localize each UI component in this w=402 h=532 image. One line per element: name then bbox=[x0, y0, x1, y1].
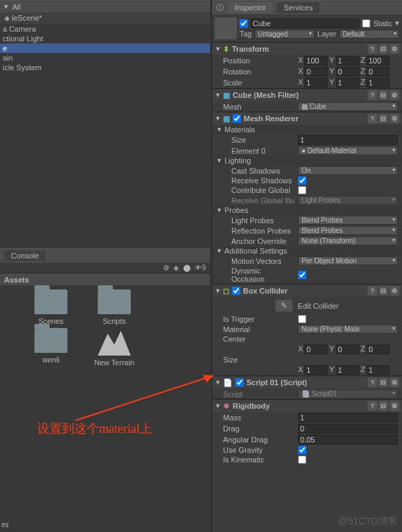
terrain-icon bbox=[98, 328, 131, 356]
pos-y[interactable] bbox=[336, 56, 359, 65]
hierarchy-item[interactable]: icle System bbox=[0, 63, 210, 72]
preset-icon[interactable]: ⊟ bbox=[379, 286, 388, 296]
tab-inspector[interactable]: Inspector bbox=[228, 2, 273, 13]
center-y[interactable] bbox=[336, 345, 359, 354]
light-probes-dropdown[interactable]: Blend Probes bbox=[298, 216, 398, 225]
foldout-icon[interactable]: ▼ bbox=[216, 157, 222, 164]
tab-services[interactable]: Services bbox=[277, 2, 319, 13]
is-kinematic-checkbox[interactable] bbox=[298, 456, 306, 464]
preset-icon[interactable]: ⊟ bbox=[379, 114, 388, 123]
gameobject-name-input[interactable] bbox=[251, 19, 359, 28]
mesh-renderer-component: ▼▦Mesh Renderer?⊟⚙ ▼Materials Size Eleme… bbox=[212, 112, 402, 284]
hierarchy-item[interactable]: e bbox=[0, 43, 210, 53]
scene-name[interactable]: ◈ leScene* bbox=[0, 12, 210, 24]
anchor-override-dropdown[interactable]: None (Transform) bbox=[298, 236, 398, 245]
asset-item[interactable]: Scripts bbox=[84, 289, 145, 325]
mat-size[interactable] bbox=[298, 135, 398, 145]
use-gravity-checkbox[interactable] bbox=[298, 446, 306, 454]
center-x[interactable] bbox=[304, 345, 328, 354]
mesh-field[interactable]: ▦ Cube bbox=[298, 102, 398, 111]
preset-icon[interactable]: ⊟ bbox=[379, 90, 388, 100]
static-checkbox[interactable] bbox=[362, 19, 370, 28]
gameobject-icon[interactable] bbox=[215, 17, 237, 39]
motion-vectors-dropdown[interactable]: Per Object Motion bbox=[298, 256, 398, 265]
gear-icon[interactable]: ⚙ bbox=[390, 286, 399, 296]
preset-icon[interactable]: ⊟ bbox=[379, 401, 388, 411]
watermark: @51CTO博客 bbox=[338, 515, 398, 528]
mat-element0[interactable]: ● Default-Material bbox=[298, 146, 398, 155]
contribute-gi-checkbox[interactable] bbox=[298, 186, 306, 194]
reflection-probes-dropdown[interactable]: Blend Probes bbox=[298, 226, 398, 235]
hierarchy-item[interactable]: ain bbox=[0, 53, 210, 63]
assets-tab[interactable]: Assets bbox=[0, 274, 210, 285]
help-icon[interactable]: ? bbox=[368, 114, 377, 123]
gear-icon[interactable]: ⚙ bbox=[390, 378, 399, 387]
asset-item[interactable]: New Terrain bbox=[84, 328, 145, 367]
help-icon[interactable]: ? bbox=[368, 286, 377, 296]
asset-item[interactable]: wenli bbox=[21, 328, 81, 364]
script-field: 📄 Script01 bbox=[298, 389, 398, 398]
size-z[interactable] bbox=[366, 365, 390, 375]
foldout-icon[interactable]: ▼ bbox=[215, 402, 220, 409]
foldout-icon[interactable]: ▼ bbox=[216, 207, 222, 214]
physic-material-field[interactable]: None (Physic Mate bbox=[298, 325, 398, 334]
edit-collider-button[interactable]: ✎ bbox=[275, 300, 293, 311]
size-y[interactable] bbox=[336, 365, 359, 375]
asset-item[interactable]: Scenes bbox=[21, 289, 81, 325]
console-tab[interactable]: Console bbox=[0, 248, 210, 263]
collider-enable-checkbox[interactable] bbox=[232, 287, 240, 295]
mesh-icon: ▦ bbox=[223, 91, 230, 100]
assets-sidebar: essdelsfabssss bbox=[0, 520, 15, 532]
gear-icon[interactable]: ⚙ bbox=[390, 44, 399, 54]
assets-grid: ScenesScriptswenliNew Terrain bbox=[17, 285, 210, 371]
scl-y[interactable] bbox=[336, 78, 359, 88]
angular-drag-input[interactable] bbox=[298, 435, 398, 444]
foldout-icon[interactable]: ▼ bbox=[215, 92, 220, 99]
help-icon[interactable]: ? bbox=[368, 90, 377, 100]
rot-z[interactable] bbox=[366, 67, 390, 76]
help-icon[interactable]: ? bbox=[368, 378, 377, 387]
receive-shadows-checkbox[interactable] bbox=[298, 176, 306, 185]
rot-x[interactable] bbox=[304, 67, 328, 76]
size-x[interactable] bbox=[304, 365, 328, 375]
preset-icon[interactable]: ⊟ bbox=[379, 378, 388, 387]
rot-y[interactable] bbox=[336, 67, 359, 76]
gameobject-active-checkbox[interactable] bbox=[240, 19, 248, 28]
scl-z[interactable] bbox=[366, 78, 390, 88]
hierarchy-item[interactable]: ctional Light bbox=[0, 34, 210, 43]
gear-icon[interactable]: ⚙ bbox=[390, 90, 399, 100]
assets-category[interactable]: es bbox=[0, 520, 15, 530]
drag-input[interactable] bbox=[298, 424, 398, 433]
foldout-icon[interactable]: ▼ bbox=[215, 115, 220, 122]
foldout-icon[interactable]: ▼ bbox=[215, 287, 220, 294]
script-enable-checkbox[interactable] bbox=[235, 378, 244, 387]
gear-icon[interactable]: ⚙ bbox=[390, 401, 399, 411]
pos-x[interactable] bbox=[304, 56, 328, 65]
occlusion-checkbox[interactable] bbox=[298, 271, 306, 279]
mass-input[interactable] bbox=[298, 413, 398, 422]
renderer-enable-checkbox[interactable] bbox=[233, 114, 241, 123]
hierarchy-filter[interactable]: ▾ All bbox=[0, 0, 210, 12]
foldout-icon[interactable]: ▼ bbox=[216, 126, 222, 133]
mesh-filter-component: ▼▦Cube (Mesh Filter)?⊟⚙ Mesh▦ Cube bbox=[212, 88, 402, 112]
preset-icon[interactable]: ⊟ bbox=[379, 44, 388, 54]
console-icon[interactable]: ◈ bbox=[173, 264, 179, 272]
foldout-icon[interactable]: ▼ bbox=[216, 247, 222, 254]
help-icon[interactable]: ? bbox=[368, 44, 377, 54]
foldout-icon[interactable]: ▼ bbox=[215, 45, 220, 52]
foldout-icon[interactable]: ▼ bbox=[215, 379, 220, 386]
scl-x[interactable] bbox=[304, 78, 328, 88]
is-trigger-checkbox[interactable] bbox=[298, 315, 306, 323]
help-icon[interactable]: ? bbox=[368, 401, 377, 411]
console-icon[interactable]: ⚙ bbox=[163, 264, 169, 272]
tag-dropdown[interactable]: Untagged bbox=[255, 30, 315, 39]
cast-shadows-dropdown[interactable]: On bbox=[298, 166, 398, 175]
annotation-text: 设置到这个material上 bbox=[37, 420, 152, 437]
layer-label: Layer bbox=[317, 30, 337, 38]
pos-z[interactable] bbox=[366, 56, 390, 65]
hierarchy-item[interactable]: a Camera bbox=[0, 24, 210, 34]
gear-icon[interactable]: ⚙ bbox=[390, 114, 399, 123]
console-icon[interactable]: ⬤ bbox=[183, 264, 191, 272]
layer-dropdown[interactable]: Default bbox=[339, 30, 399, 39]
center-z[interactable] bbox=[366, 345, 390, 354]
